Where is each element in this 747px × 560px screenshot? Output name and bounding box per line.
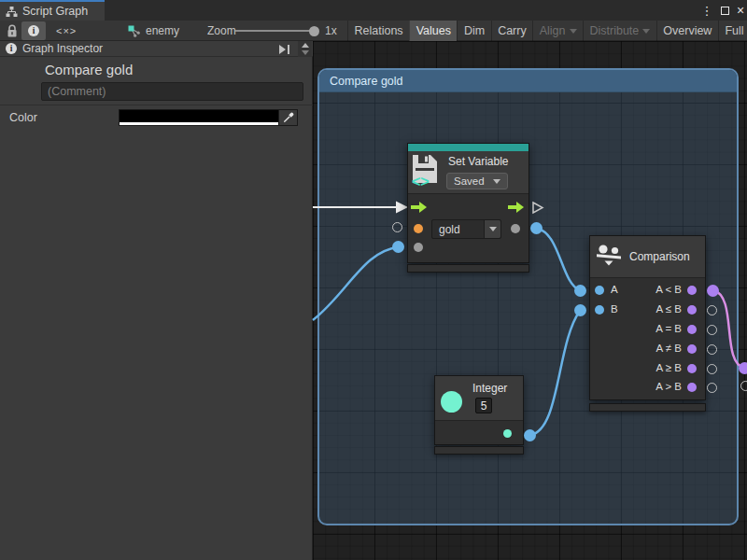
outer-port-connected-output[interactable] — [530, 222, 543, 234]
panel-scroll-spinner — [298, 41, 312, 57]
port-value-output[interactable] — [511, 224, 520, 233]
outer-port-integer-connected[interactable] — [524, 429, 536, 441]
chevron-down-icon — [642, 29, 650, 34]
window-menu-icon[interactable]: ⋮ — [700, 0, 713, 21]
dropdown-button[interactable] — [484, 220, 500, 238]
scroll-up-icon[interactable] — [302, 43, 309, 48]
outer-port-unconnected[interactable] — [707, 364, 717, 374]
full-screen-button[interactable]: Full Screen — [718, 21, 747, 41]
carry-label: Carry — [498, 24, 527, 37]
graph-inspector-header[interactable]: i Graph Inspector — [0, 41, 313, 57]
outer-port-unconnected[interactable] — [707, 344, 717, 355]
port-a-ge-b-output[interactable] — [687, 364, 697, 373]
full-screen-label: Full Screen — [725, 24, 747, 37]
lock-icon[interactable] — [5, 22, 20, 39]
inspector-divider — [0, 105, 313, 105]
dim-button[interactable]: Dim — [457, 21, 490, 41]
outer-port-offscreen-unconnected[interactable] — [740, 381, 747, 391]
code-view-icon[interactable]: <×> — [56, 21, 77, 41]
window-maximize-icon[interactable] — [717, 0, 732, 21]
variable-accent-bar — [408, 144, 529, 151]
toolbar-buttons: Relations Values Dim Carry Align Distrib… — [347, 21, 747, 41]
flow-output-unconnected-triangle[interactable] — [531, 201, 544, 215]
dock-bar — [288, 45, 290, 54]
color-value-area[interactable] — [120, 110, 278, 125]
output-label-a-ge-b: A ≥ B — [616, 362, 682, 373]
comparison-icon — [596, 244, 624, 269]
port-b-input[interactable] — [595, 305, 604, 315]
port-variable-name-input[interactable] — [414, 224, 423, 233]
align-button[interactable]: Align — [532, 21, 583, 41]
alpha-bar — [120, 122, 278, 125]
variable-name-dropdown[interactable]: gold — [431, 219, 501, 239]
outer-port-unconnected[interactable] — [392, 222, 402, 232]
port-a-eq-b-output[interactable] — [687, 325, 697, 334]
zoom-slider-track[interactable] — [235, 30, 314, 32]
set-variable-footer — [407, 264, 529, 273]
outer-port-a-lt-b-connected[interactable] — [707, 285, 719, 297]
outer-port-unconnected[interactable] — [707, 383, 717, 393]
outer-port-a-connected[interactable] — [574, 285, 586, 297]
output-label-a-le-b: A ≤ B — [616, 303, 682, 315]
graph-inspector-title: Graph Inspector — [22, 42, 103, 55]
port-integer-output[interactable] — [503, 429, 512, 438]
group-header[interactable]: Compare gold — [319, 70, 737, 92]
distribute-label: Distribute — [590, 24, 640, 37]
port-a-ne-b-output[interactable] — [687, 344, 697, 354]
info-icon: i — [6, 43, 17, 54]
integer-icon — [441, 391, 462, 413]
outer-port-offscreen-connected[interactable] — [739, 362, 747, 374]
port-a-lt-b-output[interactable] — [687, 286, 697, 295]
carry-button[interactable]: Carry — [491, 21, 533, 41]
outer-port-b-connected[interactable] — [574, 304, 586, 316]
chevron-down-icon — [570, 29, 577, 34]
integer-title: Integer — [472, 382, 507, 395]
svg-text:<>: <> — [412, 174, 430, 189]
distribute-button[interactable]: Distribute — [583, 21, 656, 41]
overview-button[interactable]: Overview — [656, 21, 718, 41]
relations-button[interactable]: Relations — [347, 21, 409, 41]
breadcrumb[interactable]: enemy — [127, 21, 179, 41]
eyedropper-icon — [283, 112, 294, 123]
color-swatch[interactable] — [119, 109, 298, 126]
tab-script-graph[interactable]: Script Graph — [0, 0, 105, 21]
inspected-graph-title: Compare gold — [45, 62, 133, 77]
tab-label: Script Graph — [22, 5, 88, 18]
dock-panel-icon[interactable] — [279, 43, 294, 55]
flow-input-arrow[interactable] — [411, 201, 427, 214]
output-label-a-gt-b: A > B — [616, 381, 682, 392]
scroll-down-icon[interactable] — [302, 50, 309, 55]
output-label-a-ne-b: A ≠ B — [616, 343, 682, 354]
title-bar: Script Graph ⋮ × — [0, 0, 747, 21]
window-close-icon[interactable]: × — [734, 0, 747, 21]
comparison-title: Comparison — [629, 250, 690, 263]
port-value-input[interactable] — [414, 243, 423, 252]
flow-output-arrow[interactable] — [508, 201, 524, 214]
comment-input[interactable]: (Comment) — [41, 82, 303, 101]
overview-label: Overview — [663, 24, 712, 37]
output-label-a-eq-b: A = B — [616, 323, 682, 334]
inspector-toggle-button[interactable]: i — [21, 21, 46, 40]
align-label: Align — [540, 24, 566, 37]
integer-footer — [434, 446, 524, 455]
outer-port-unconnected[interactable] — [707, 325, 717, 335]
comparison-footer — [589, 403, 706, 412]
chevron-down-icon — [489, 227, 497, 231]
port-a-gt-b-output[interactable] — [687, 383, 697, 392]
port-a-le-b-output[interactable] — [687, 305, 697, 315]
info-icon: i — [28, 25, 39, 36]
script-graph-icon — [6, 6, 18, 18]
maximize-box — [721, 7, 729, 15]
values-button[interactable]: Values — [409, 21, 457, 41]
zoom-slider-handle[interactable] — [309, 26, 319, 36]
outer-port-connected-input[interactable] — [392, 241, 404, 253]
variable-kind-value: Saved — [454, 175, 485, 187]
variable-kind-dropdown[interactable]: Saved — [446, 173, 508, 189]
integer-value-input[interactable]: 5 — [475, 398, 492, 413]
outer-port-unconnected[interactable] — [707, 305, 717, 315]
zoom-value: 1x — [325, 21, 337, 41]
zoom-label: Zoom — [207, 21, 236, 41]
eyedropper-button[interactable] — [278, 110, 297, 125]
port-a-input[interactable] — [595, 286, 604, 295]
color-field-label: Color — [9, 111, 37, 124]
